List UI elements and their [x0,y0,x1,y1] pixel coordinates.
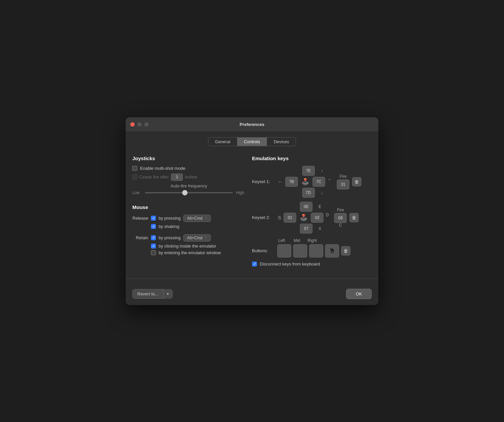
high-label: High [236,190,245,195]
retain-pressing-row: Retain by pressing Alt+Cmd ⌃ [132,234,245,242]
release-group: Release by pressing Alt+Cmd ⌃ by shaking [132,215,245,229]
mouse-title: Mouse [132,204,245,210]
buttons-delete-btn[interactable]: 🗑 [341,246,350,256]
keyset1-delete-btn[interactable]: 🗑 [352,177,361,186]
slider-container: Low High [132,190,245,195]
keyset1-down-arrow: ↓ [321,190,323,195]
release-label: Release [132,216,148,221]
revert-text[interactable]: Revert to... [133,289,164,298]
release-pressing-checkbox[interactable] [151,216,156,221]
emulation-section: Emulation keys Keyset 1: ← 7E ↑ [252,156,372,266]
retain-by-clicking-label: by clicking inside the emulator [159,244,216,249]
keyset2-nav: 0E E 01 🕹️ 02 D [284,202,329,234]
release-shaking-row: by shaking [132,224,245,229]
keyset2-down-row: 07 X [286,224,326,234]
keyset2-up-char: E [318,204,321,209]
retain-group: Retain by pressing Alt+Cmd ⌃ by clicking… [132,234,245,255]
keyset1-mid-row: 7B 🕹️ 7C → [285,177,331,187]
keyset2-up-btn[interactable]: 0E [300,202,313,212]
keyset2-down-char: X [318,226,321,231]
keyset1-up-btn[interactable]: 7E [302,166,315,176]
auto-fire-label: Auto-fire frequency [132,183,245,188]
keyset2-right-btn[interactable]: 02 [311,213,323,223]
keyset1-up-row: 7E ↑ [289,166,328,176]
keyset1-right-btn[interactable]: 7C [313,177,325,187]
release-dropdown-arrow: ⌃ [204,217,207,220]
multishot-row: Enable multi-shot mode [132,166,245,171]
buttons-labels: Left Mid Right [252,238,372,243]
preferences-window: Preferences General Controls Devices Joy… [126,117,378,305]
left-mouse-btn[interactable] [277,244,291,258]
buttons-row: Buttons: 🖱 🗑 [252,244,372,258]
mid-mouse-btn[interactable] [293,244,307,258]
minimize-button[interactable] [137,122,142,127]
keyset1-down-row: 7D ↓ [289,188,328,198]
left-panel: Joysticks Enable multi-shot mode Cease f… [132,156,245,266]
tab-controls[interactable]: Controls [237,137,267,146]
keyset1-nav: 7E ↑ 7B 🕹️ 7C → [285,166,331,198]
joysticks-title: Joysticks [132,156,245,161]
keyset2-left-char: S [278,215,281,220]
release-shortcut-value: Alt+Cmd [187,216,202,221]
retain-by-entering-label: by entering the emulator window [159,250,221,255]
close-button[interactable] [130,122,135,127]
ok-button[interactable]: OK [346,289,372,299]
tab-devices[interactable]: Devices [267,137,296,146]
cease-fire-input[interactable] [171,173,183,181]
keyset2-block: Keyset 2: S 0E E 01 🕹️ [252,202,372,234]
keyset1-left-arrow: ← [278,179,283,184]
revert-dropdown-arrow[interactable]: ▾ [164,290,172,298]
mouse-section: Mouse Release by pressing Alt+Cmd ⌃ [132,204,245,255]
keyset2-delete-btn[interactable]: 🗑 [349,213,359,222]
keyset1-fire-btn[interactable]: 31 [337,179,349,189]
multishot-label: Enable multi-shot mode [140,166,186,171]
disconnect-row: Disconnect keys from keyboard [252,262,372,266]
keyset2-right-char: D [326,213,329,223]
retain-shortcut-value: Alt+Cmd [187,236,202,240]
tab-general[interactable]: General [208,137,237,146]
maximize-button[interactable] [144,122,149,127]
keyset2-up-row: 0E E [286,202,326,212]
auto-fire-section: Auto-fire frequency Low High [132,183,245,195]
keyset2-fire-col: Fire 08 C [334,208,347,228]
mouse-icon-btn[interactable]: 🖱 [325,244,339,258]
retain-clicking-row: by clicking inside the emulator [132,244,245,249]
keyset1-up-arrow: ↑ [321,168,323,173]
keyset1-down-btn[interactable]: 7D [302,188,315,198]
keyset2-fire-sub: C [339,223,342,228]
keyset2-down-btn[interactable]: 07 [300,224,313,234]
multishot-checkbox[interactable] [132,166,137,171]
release-pressing-row: Release by pressing Alt+Cmd ⌃ [132,215,245,222]
bottom-bar: Revert to... ▾ OK [126,284,378,305]
emulation-title: Emulation keys [252,156,372,161]
keyset1-label: Keyset 1: [252,179,275,184]
retain-clicking-checkbox[interactable] [151,244,156,249]
retain-dropdown-arrow: ⌃ [204,236,207,240]
keyset1-fire-label: Fire [340,174,347,179]
disconnect-checkbox[interactable] [252,262,257,266]
keyset1-fire-col: Fire 31 [337,174,349,189]
keyset2-mid-row: 01 🕹️ 02 D [284,213,329,223]
revert-button[interactable]: Revert to... ▾ [132,289,173,299]
divider [126,278,378,279]
right-mouse-btn[interactable] [309,244,323,258]
retain-pressing-checkbox[interactable] [151,235,156,240]
keyset1-left-btn[interactable]: 7B [285,177,298,187]
retain-entering-checkbox[interactable] [151,250,156,255]
auto-fire-slider[interactable] [145,192,233,193]
cease-fire-checkbox[interactable] [132,174,137,179]
keyset2-fire-btn[interactable]: 08 [334,213,347,223]
right-panel: Emulation keys Keyset 1: ← 7E ↑ [252,156,372,266]
retain-shortcut-dropdown[interactable]: Alt+Cmd ⌃ [183,234,210,242]
release-shortcut-dropdown[interactable]: Alt+Cmd ⌃ [183,215,210,222]
retain-entering-row: by entering the emulator window [132,250,245,255]
btn-right-label: Right [305,238,319,243]
release-shaking-checkbox[interactable] [151,224,156,229]
low-label: Low [132,190,142,195]
cease-fire-label: Cease fire after [139,174,169,179]
release-by-pressing-label: by pressing [159,216,181,221]
window-title: Preferences [240,122,264,127]
keyset1-right-arrow: → [327,177,331,187]
cease-fire-row: Cease fire after bullets [132,173,245,181]
keyset2-left-btn[interactable]: 01 [284,213,296,223]
